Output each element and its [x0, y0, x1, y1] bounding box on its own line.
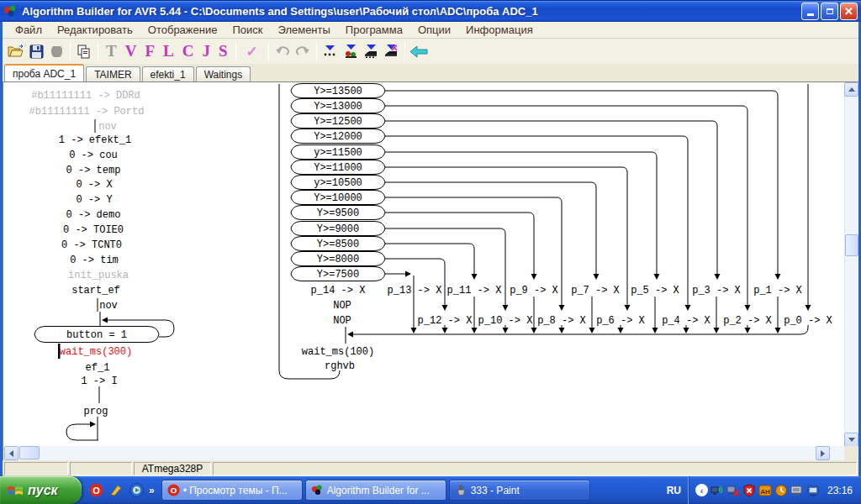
- document-tabs: проба ADC_1 TAIMER efekti_1 Waitings: [3, 64, 858, 81]
- scroll-left-button[interactable]: [4, 446, 18, 460]
- chip-erase-icon: [383, 44, 399, 59]
- flow-arrowhead: [531, 328, 537, 333]
- vertex-tool-button[interactable]: V: [121, 42, 141, 60]
- flow-text: p_3 -> X: [692, 285, 741, 297]
- paint-tool-quicklaunch-icon[interactable]: [108, 483, 124, 498]
- tab-efekti1[interactable]: efekti_1: [142, 66, 194, 81]
- text-tool-button[interactable]: T: [102, 42, 121, 60]
- flow-text: Y>=12500: [314, 116, 362, 128]
- minimize-button[interactable]: [801, 3, 819, 20]
- setter-tool-button[interactable]: S: [214, 42, 232, 60]
- media-player-quicklaunch-icon[interactable]: [129, 483, 144, 498]
- program-chip-button[interactable]: [361, 41, 381, 61]
- flow-line: [385, 121, 717, 276]
- task-label: Algorithm Builder for ...: [327, 485, 430, 496]
- vertical-scrollbar[interactable]: [844, 82, 858, 447]
- menu-view[interactable]: Отображение: [140, 22, 225, 38]
- flow-arrowhead: [745, 328, 751, 333]
- flow-text: button = 1: [66, 329, 127, 341]
- flow-arrowhead: [405, 271, 411, 277]
- flow-text: p_2 -> X: [723, 315, 772, 327]
- tab-waitings[interactable]: Waitings: [196, 66, 251, 81]
- horizontal-scroll-thumb[interactable]: [19, 446, 40, 459]
- undo-button[interactable]: [272, 41, 293, 61]
- condition-tool-button[interactable]: C: [178, 42, 198, 60]
- algorithm-builder-icon: [311, 484, 324, 496]
- window-body: Файл Редактировать Отображение Поиск Эле…: [0, 22, 861, 476]
- flow-text: p_14 -> X: [311, 285, 366, 297]
- tab-taimer[interactable]: TAIMER: [86, 66, 140, 81]
- display-icon[interactable]: [790, 484, 804, 497]
- flow-text: 0 -> demo: [66, 209, 121, 221]
- print-button-disabled[interactable]: [46, 41, 66, 61]
- app-logo-icon: [3, 4, 18, 18]
- back-button[interactable]: [409, 41, 429, 61]
- flow-arrowhead: [559, 328, 565, 333]
- flow-arrowhead: [559, 305, 565, 311]
- network-activity-icon[interactable]: [710, 484, 724, 497]
- jump-tool-button[interactable]: J: [198, 42, 214, 60]
- menu-file[interactable]: Файл: [8, 22, 50, 38]
- scheduler-clock-icon[interactable]: [774, 484, 788, 497]
- antivirus-ah-icon[interactable]: AH: [758, 484, 772, 497]
- flow-text: NOP: [333, 315, 351, 327]
- flow-text: 0 -> TCNT0: [61, 239, 122, 251]
- flow-text: 0 -> temp: [66, 165, 121, 176]
- chip-program-icon: [362, 44, 379, 59]
- verify-button[interactable]: ✓: [240, 43, 265, 60]
- flow-text: y>=10500: [314, 177, 362, 189]
- quicklaunch-overflow-chevron[interactable]: »: [149, 485, 155, 496]
- flow-loop-end: [66, 424, 98, 440]
- scroll-down-button[interactable]: [844, 433, 858, 447]
- step-run-button[interactable]: [320, 41, 341, 61]
- menu-search[interactable]: Поиск: [224, 22, 270, 38]
- vertical-scroll-thumb[interactable]: [845, 234, 858, 256]
- status-cell-2: [70, 462, 132, 475]
- svg-text:O: O: [170, 486, 177, 495]
- tray-collapse-chevron[interactable]: ‹: [695, 484, 708, 496]
- flow-arrowhead: [347, 332, 353, 338]
- label-tool-button[interactable]: L: [159, 42, 178, 60]
- flow-arrowhead: [411, 328, 417, 333]
- flow-text: 0 -> TOIE0: [63, 224, 124, 236]
- simulate-button[interactable]: [341, 41, 361, 61]
- menu-edit[interactable]: Редактировать: [50, 22, 140, 38]
- tab-label: проба ADC_1: [13, 68, 76, 80]
- network-disconnected-icon[interactable]: [726, 484, 740, 497]
- flow-arrowhead: [685, 305, 691, 311]
- opera-quicklaunch-icon[interactable]: O: [88, 483, 103, 498]
- scroll-right-button[interactable]: [816, 446, 830, 460]
- task-button-opera[interactable]: O • Просмотр темы - П...: [161, 480, 303, 501]
- task-button-algorithm-builder[interactable]: Algorithm Builder for ...: [305, 480, 446, 501]
- field-tool-button[interactable]: F: [140, 42, 159, 60]
- save-button[interactable]: [26, 41, 46, 61]
- menu-info[interactable]: Информация: [458, 22, 541, 38]
- floppy-disk-icon: [29, 45, 44, 59]
- close-button[interactable]: ✕: [840, 3, 858, 20]
- flow-text: p_11 -> X: [447, 285, 502, 297]
- start-button[interactable]: пуск: [0, 476, 82, 504]
- flow-line: [385, 91, 778, 276]
- redo-button[interactable]: [293, 41, 313, 61]
- language-indicator[interactable]: RU: [660, 485, 688, 496]
- task-button-paint[interactable]: 333 - Paint: [449, 480, 590, 501]
- paint-icon: [455, 484, 467, 496]
- toolbar-separator: [404, 42, 405, 60]
- horizontal-scrollbar[interactable]: [3, 446, 858, 460]
- security-alert-icon[interactable]: [742, 484, 756, 497]
- toolbar: T V F L C J S ✓: [3, 39, 858, 64]
- copy-vertex-button[interactable]: [74, 41, 94, 61]
- restore-button[interactable]: [821, 3, 838, 20]
- scroll-up-button[interactable]: [844, 82, 858, 97]
- menu-program[interactable]: Программа: [338, 22, 410, 38]
- open-file-button[interactable]: [6, 41, 26, 61]
- menu-elements[interactable]: Элементы: [270, 22, 337, 38]
- erase-chip-button[interactable]: [381, 41, 401, 61]
- tab-proba-adc1[interactable]: проба ADC_1: [4, 64, 84, 81]
- menu-options[interactable]: Опции: [410, 22, 458, 38]
- status-cell-1: [4, 462, 68, 475]
- flow-text: #b11111111 -> DDRd: [31, 90, 140, 102]
- safely-remove-icon[interactable]: [806, 484, 820, 497]
- algorithm-canvas[interactable]: button = 1#b11111111 -> DDRd#b11111111 -…: [3, 81, 858, 446]
- flow-text: Y>=13000: [314, 101, 362, 113]
